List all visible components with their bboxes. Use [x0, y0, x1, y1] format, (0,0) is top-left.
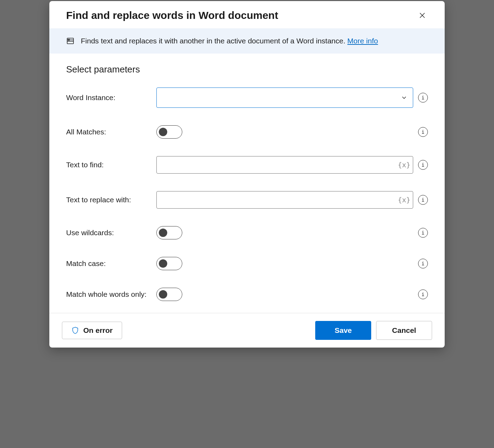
- label-match-case: Match case:: [66, 259, 156, 268]
- on-error-label: On error: [83, 326, 113, 335]
- label-match-whole: Match whole words only:: [66, 290, 156, 299]
- label-text-replace: Text to replace with:: [66, 196, 156, 204]
- row-text-replace: Text to replace with: {x} i: [66, 191, 428, 209]
- text-find-input[interactable]: [156, 156, 413, 174]
- dialog: Find and replace words in Word document …: [49, 1, 445, 348]
- variable-picker-find[interactable]: {x}: [398, 161, 410, 169]
- word-instance-input[interactable]: [156, 88, 413, 108]
- close-icon: [419, 12, 426, 19]
- row-word-instance: Word Instance: i: [66, 88, 428, 108]
- info-icon-word-instance[interactable]: i: [418, 93, 428, 103]
- toggle-knob: [159, 128, 167, 136]
- dialog-footer: On error Save Cancel: [49, 313, 445, 348]
- dialog-content: Select parameters Word Instance: i All M…: [49, 54, 445, 313]
- info-icon-match-whole[interactable]: i: [418, 289, 428, 299]
- shield-icon: [71, 327, 79, 334]
- word-instance-select[interactable]: [156, 88, 413, 108]
- toggle-knob: [159, 259, 167, 268]
- row-use-wildcards: Use wildcards: i: [66, 226, 428, 239]
- label-use-wildcards: Use wildcards:: [66, 229, 156, 237]
- dialog-title: Find and replace words in Word document: [66, 9, 278, 21]
- label-word-instance: Word Instance:: [66, 93, 156, 102]
- row-match-case: Match case: i: [66, 257, 428, 270]
- info-icon-text-find[interactable]: i: [418, 160, 428, 170]
- info-icon-all-matches[interactable]: i: [418, 127, 428, 137]
- word-icon: [66, 37, 75, 45]
- text-replace-input[interactable]: [156, 191, 413, 209]
- label-all-matches: All Matches:: [66, 128, 156, 136]
- info-icon-use-wildcards[interactable]: i: [418, 228, 428, 238]
- toggle-match-case[interactable]: [156, 257, 182, 270]
- toggle-all-matches[interactable]: [156, 125, 182, 139]
- more-info-link[interactable]: More info: [347, 37, 378, 45]
- on-error-button[interactable]: On error: [62, 322, 122, 339]
- variable-picker-replace[interactable]: {x}: [398, 196, 410, 204]
- cancel-button[interactable]: Cancel: [376, 321, 432, 340]
- info-icon-text-replace[interactable]: i: [418, 195, 428, 205]
- toggle-knob: [159, 229, 167, 237]
- close-button[interactable]: [417, 10, 428, 21]
- toggle-match-whole[interactable]: [156, 288, 182, 301]
- row-all-matches: All Matches: i: [66, 125, 428, 139]
- info-banner: Finds text and replaces it with another …: [49, 28, 445, 54]
- section-title: Select parameters: [66, 64, 428, 75]
- row-text-find: Text to find: {x} i: [66, 156, 428, 174]
- toggle-use-wildcards[interactable]: [156, 226, 182, 239]
- banner-text: Finds text and replaces it with another …: [81, 37, 378, 45]
- row-match-whole: Match whole words only: i: [66, 288, 428, 301]
- label-text-find: Text to find:: [66, 161, 156, 169]
- save-button[interactable]: Save: [315, 321, 371, 340]
- info-icon-match-case[interactable]: i: [418, 259, 428, 268]
- dialog-header: Find and replace words in Word document: [49, 1, 445, 28]
- banner-description: Finds text and replaces it with another …: [81, 37, 347, 45]
- toggle-knob: [159, 290, 167, 299]
- footer-buttons: Save Cancel: [315, 321, 432, 340]
